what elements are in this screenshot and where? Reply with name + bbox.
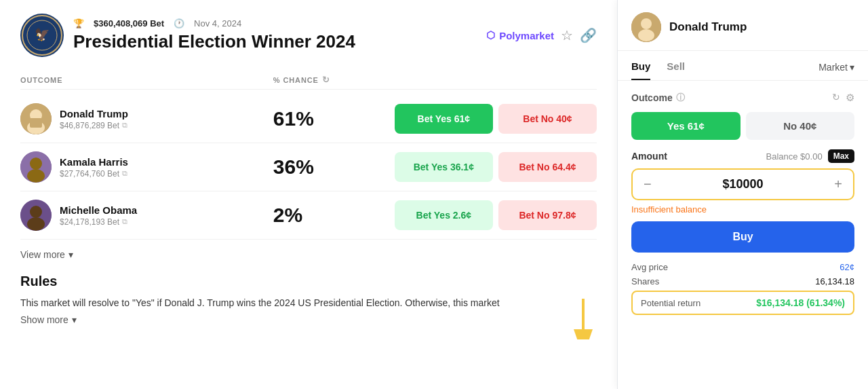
svg-point-12	[27, 217, 45, 231]
header-meta: 🏆 $360,408,069 Bet 🕐 Nov 4, 2024	[73, 18, 477, 29]
potential-return-value: $16,134.18 (61.34%)	[756, 297, 845, 308]
outcome-label-row: Outcome ⓘ ↻ ⚙	[631, 92, 854, 104]
star-icon[interactable]: ☆	[561, 27, 573, 43]
svg-text:🦅: 🦅	[35, 27, 50, 42]
market-dropdown[interactable]: Market ▾	[818, 62, 854, 73]
copy-icon[interactable]: ⧉	[122, 121, 127, 130]
right-avatar	[631, 12, 661, 42]
decrement-button[interactable]: −	[635, 170, 660, 199]
copy-icon[interactable]: ⧉	[122, 169, 127, 178]
svg-point-9	[27, 169, 45, 183]
refresh-icon[interactable]: ↻	[322, 75, 330, 85]
bet-yes-obama-button[interactable]: Bet Yes 2.6¢	[395, 200, 493, 230]
avg-price-row: Avg price 62¢	[631, 262, 854, 272]
outcomes-list: Donald Trump $46,876,289 Bet ⧉ 61% Bet Y…	[20, 95, 597, 240]
outcome-info-obama: Michelle Obama $24,178,193 Bet ⧉	[20, 200, 273, 231]
tab-buy[interactable]: Buy	[631, 54, 650, 80]
chevron-down-icon: ▾	[850, 62, 854, 73]
svg-point-11	[30, 206, 42, 218]
gear-icon[interactable]: ⚙	[846, 92, 854, 104]
outcome-bet: $27,764,760 Bet ⧉	[60, 169, 128, 179]
bet-buttons-harris: Bet Yes 36.1¢ Bet No 64.4¢	[395, 152, 597, 182]
polymarket-label: Polymarket	[499, 30, 554, 41]
left-panel: 🦅 🏆 $360,408,069 Bet 🕐 Nov 4, 2024 Presi…	[0, 0, 617, 389]
logo: 🦅	[20, 14, 64, 57]
outcome-info-harris: Kamala Harris $27,764,760 Bet ⧉	[20, 151, 273, 183]
avatar	[20, 103, 52, 134]
page-header: 🦅 🏆 $360,408,069 Bet 🕐 Nov 4, 2024 Presi…	[20, 14, 597, 57]
shares-label: Shares	[631, 276, 659, 286]
page-title: Presidential Election Winner 2024	[73, 31, 477, 52]
polymarket-badge: ⬡ Polymarket	[486, 29, 554, 41]
copy-icon[interactable]: ⧉	[122, 217, 127, 226]
outcome-name: Kamala Harris	[60, 156, 128, 168]
outcome-name: Donald Trump	[60, 108, 128, 119]
refresh-icon[interactable]: ↻	[832, 92, 840, 104]
market-date: Nov 4, 2024	[194, 18, 241, 29]
svg-rect-6	[30, 118, 42, 128]
amount-input-wrapper: − +	[631, 168, 854, 200]
polymarket-icon: ⬡	[486, 29, 495, 41]
outcome-label: Outcome ⓘ	[631, 92, 685, 104]
bet-no-trump-button[interactable]: Bet No 40¢	[498, 104, 597, 134]
bet-buttons-obama: Bet Yes 2.6¢ Bet No 97.8¢	[395, 200, 597, 230]
bet-buttons-trump: Bet Yes 61¢ Bet No 40¢	[395, 104, 597, 134]
avatar	[20, 151, 52, 183]
shares-value: 16,134.18	[815, 276, 854, 286]
table-row: Kamala Harris $27,764,760 Bet ⧉ 36% Bet …	[20, 143, 597, 191]
table-row: Donald Trump $46,876,289 Bet ⧉ 61% Bet Y…	[20, 95, 597, 143]
outcome-info-trump: Donald Trump $46,876,289 Bet ⧉	[20, 103, 273, 134]
tab-sell[interactable]: Sell	[667, 54, 685, 80]
balance-max: Balance $0.00 Max	[766, 149, 854, 163]
avg-price-label: Avg price	[631, 262, 668, 272]
avatar	[20, 200, 52, 231]
amount-input[interactable]	[660, 177, 827, 191]
chevron-down-icon: ▾	[72, 314, 77, 325]
yes-outcome-button[interactable]: Yes 61¢	[631, 112, 741, 140]
link-icon[interactable]: 🔗	[580, 27, 597, 43]
outcome-name: Michelle Obama	[60, 204, 137, 216]
outcome-column-header: OUTCOME	[20, 76, 273, 84]
potential-return-row: Potential return $16,134.18 (61.34%)	[631, 291, 854, 315]
show-more-button[interactable]: Show more ▾	[20, 314, 597, 325]
balance-text: Balance $0.00	[766, 151, 823, 162]
bet-no-obama-button[interactable]: Bet No 97.8¢	[498, 200, 597, 230]
buy-button[interactable]: Buy	[631, 221, 854, 253]
chance-pct: 2%	[273, 204, 395, 227]
right-header: Donald Trump	[618, 0, 868, 51]
bet-yes-harris-button[interactable]: Bet Yes 36.1¢	[395, 152, 493, 182]
table-row: Michelle Obama $24,178,193 Bet ⧉ 2% Bet …	[20, 191, 597, 240]
clock-icon: 🕐	[174, 18, 184, 29]
svg-point-15	[638, 29, 654, 41]
total-bet-amount: $360,408,069 Bet	[94, 18, 164, 29]
right-panel: Donald Trump Buy Sell Market ▾ Outcome ⓘ…	[617, 0, 868, 389]
avg-price-value: 62¢	[840, 262, 854, 272]
outcome-details-obama: Michelle Obama $24,178,193 Bet ⧉	[60, 204, 137, 227]
header-actions: ⬡ Polymarket ☆ 🔗	[486, 27, 597, 43]
chance-pct: 61%	[273, 107, 395, 130]
amount-label: Amount	[631, 151, 667, 162]
increment-button[interactable]: +	[826, 170, 850, 199]
buy-sell-tabs: Buy Sell Market ▾	[618, 54, 868, 81]
info-icon: ⓘ	[676, 92, 685, 104]
outcome-bet: $24,178,193 Bet ⧉	[60, 217, 137, 227]
svg-point-14	[641, 18, 652, 29]
chevron-down-icon: ▾	[68, 249, 73, 260]
chance-column-header: % CHANCE ↻	[273, 75, 395, 85]
yes-no-selection: Yes 61¢ No 40¢	[631, 112, 854, 140]
outcome-bet: $46,876,289 Bet ⧉	[60, 121, 128, 130]
max-button[interactable]: Max	[828, 149, 854, 163]
chance-pct: 36%	[273, 155, 395, 179]
bet-yes-trump-button[interactable]: Bet Yes 61¢	[395, 104, 493, 134]
view-more-button[interactable]: View more ▾	[20, 249, 597, 260]
right-body: Outcome ⓘ ↻ ⚙ Yes 61¢ No 40¢ Amount Bala…	[618, 81, 868, 389]
no-outcome-button[interactable]: No 40¢	[746, 112, 855, 140]
outcome-details-harris: Kamala Harris $27,764,760 Bet ⧉	[60, 156, 128, 179]
outcome-actions: ↻ ⚙	[832, 92, 854, 104]
shares-row: Shares 16,134.18	[631, 276, 854, 286]
right-candidate-name: Donald Trump	[669, 20, 747, 34]
rules-section: Rules This market will resolve to "Yes" …	[20, 274, 597, 325]
bet-no-harris-button[interactable]: Bet No 64.4¢	[498, 152, 597, 182]
trophy-icon: 🏆	[73, 18, 84, 29]
potential-return-label: Potential return	[641, 298, 701, 308]
